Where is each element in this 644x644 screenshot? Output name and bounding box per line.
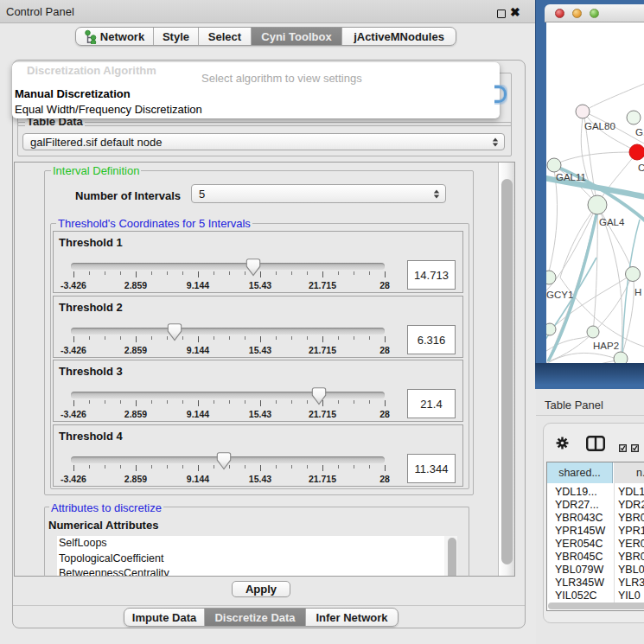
svg-text:C: C	[638, 163, 644, 173]
svg-text:GCY1: GCY1	[546, 290, 573, 300]
svg-text:GAL11: GAL11	[556, 172, 586, 182]
svg-text:GAL4: GAL4	[599, 217, 625, 227]
svg-text:H: H	[634, 287, 641, 297]
svg-text:HAP2: HAP2	[593, 341, 619, 351]
svg-text:GAL80: GAL80	[584, 121, 615, 131]
svg-text:G.: G.	[635, 127, 644, 137]
